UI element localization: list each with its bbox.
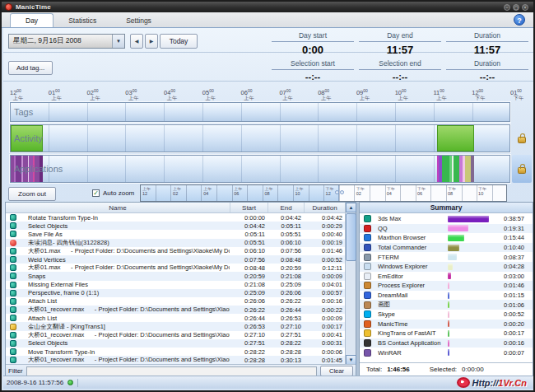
day-duration-label: Duration — [446, 31, 528, 42]
app-logo-icon — [5, 3, 12, 11]
summary-duration: 0:03:00 — [491, 273, 524, 280]
table-scrollbar[interactable]: ▲ ▼ — [345, 203, 356, 365]
table-row[interactable]: 大桥01.max - Project Folder: D:\Documents … — [6, 264, 346, 272]
divider — [77, 379, 78, 387]
tab-day[interactable]: Day — [10, 13, 54, 27]
table-row[interactable]: Select Objects0:04:420:05:110:00:29 — [6, 222, 346, 230]
next-day-button[interactable]: ▶ — [145, 34, 158, 49]
table-row[interactable]: Snaps0:20:590:21:080:00:09 — [6, 272, 346, 280]
table-row[interactable]: Move Transform Type-In0:28:220:28:280:00… — [6, 348, 346, 356]
summary-row[interactable]: Skype0:00:52 — [360, 310, 533, 320]
overview-strip[interactable]: 上午12上午02上午04上午06上午08上午10下午12下午02下午04下午06… — [140, 184, 507, 202]
max-app-icon — [10, 348, 16, 355]
max-app-icon — [10, 222, 16, 229]
hour-label: 1100上午 — [433, 87, 471, 101]
row-name: 大桥01_recover.max - Project Folder: D:\Do… — [28, 356, 230, 364]
applications-lock[interactable] — [512, 155, 532, 183]
summary-row[interactable]: DreamMail0:01:15 — [360, 291, 533, 301]
activity-block[interactable] — [437, 125, 474, 152]
table-row[interactable]: Rotate Transform Type-In0:00:000:04:420:… — [6, 213, 346, 222]
summary-row[interactable]: Maxthon Browser0:15:44 — [360, 233, 533, 243]
table-row[interactable]: Perspective, frame 0 (1:1)0:25:090:26:06… — [6, 289, 346, 297]
table-row[interactable]: Attach List0:26:060:26:220:00:16 — [6, 297, 346, 306]
row-duration: 0:00:29 — [305, 222, 342, 230]
row-end: 0:26:06 — [268, 289, 301, 296]
today-button[interactable]: Today — [160, 34, 198, 49]
prev-day-button[interactable]: ◀ — [130, 34, 143, 49]
table-row[interactable]: Select Objects0:27:510:28:220:00:31 — [6, 339, 346, 348]
table-row[interactable]: Weld Vertices0:07:560:08:480:00:52 — [6, 255, 346, 264]
max-app-icon — [10, 332, 16, 338]
auto-zoom-checkbox[interactable]: ✓ — [92, 189, 100, 197]
timeline-row-tags[interactable]: Tags — [10, 102, 510, 122]
row-name: Attach List — [28, 315, 230, 322]
hour-label: 0600上午 — [241, 87, 279, 101]
summary-row[interactable]: WinRAR0:00:07 — [360, 348, 533, 357]
summary-row[interactable]: Total Commander0:10:40 — [360, 243, 533, 253]
table-row[interactable]: 未读消息- 四角钱仙(3122828)0:05:510:06:100:00:19 — [6, 239, 346, 247]
table-row[interactable]: 大桥01.max - Project Folder: D:\Documents … — [6, 247, 346, 255]
summary-duration: 0:15:44 — [491, 234, 524, 241]
table-row[interactable]: 大桥01_recover.max - Project Folder: D:\Do… — [6, 331, 346, 339]
summary-bar — [448, 216, 489, 222]
summary-bar — [448, 330, 449, 337]
table-row[interactable]: 大桥01_recover.max - Project Folder: D:\Do… — [6, 306, 346, 314]
day-start-value: 0:00 — [272, 42, 354, 56]
tab-statistics[interactable]: Statistics — [54, 13, 111, 27]
summary-duration: 0:38:57 — [491, 215, 524, 222]
scroll-up-icon[interactable]: ▲ — [346, 203, 356, 212]
column-name[interactable]: Name — [6, 203, 230, 212]
summary-row[interactable]: Process Explorer0:01:46 — [360, 281, 533, 291]
row-start: 0:26:53 — [230, 323, 265, 330]
summary-row[interactable]: 3ds Max0:38:57 — [360, 214, 533, 224]
summary-row[interactable]: Windows Explorer0:04:28 — [360, 262, 533, 272]
column-end[interactable]: End — [268, 203, 305, 212]
column-start[interactable]: Start — [230, 203, 268, 212]
selected-label: Selected: — [430, 366, 457, 373]
applications-block[interactable] — [437, 156, 474, 182]
timeline-row-activity[interactable]: Activity — [10, 124, 510, 152]
maximize-button[interactable]: ▢ — [513, 4, 519, 11]
hour-label: 0100上午 — [49, 87, 86, 101]
summary-row[interactable]: BS Contact Application0:00:16 — [360, 338, 533, 348]
selection-duration-label: Duration — [446, 59, 528, 70]
close-button[interactable]: × — [522, 4, 528, 11]
date-picker[interactable]: 星期二, 9月16日 2008 ▼ — [8, 34, 125, 49]
window-title: ManicTime — [16, 3, 51, 11]
day-duration-value: 11:57 — [446, 42, 528, 56]
chevron-down-icon[interactable]: ▼ — [112, 35, 124, 48]
timeline-row-applications[interactable]: Applications — [10, 155, 510, 183]
zoom-out-button[interactable]: Zoom out — [8, 187, 56, 201]
summary-app-name: Skype — [378, 310, 447, 318]
row-start: 0:20:59 — [230, 273, 265, 280]
minimize-button[interactable]: – — [504, 4, 510, 11]
summary-row[interactable]: EmEditor0:03:00 — [360, 272, 533, 282]
add-tag-button[interactable]: Add tag... — [8, 61, 53, 75]
overview-label: 下午12 — [326, 186, 351, 196]
scrollbar-thumb[interactable] — [346, 213, 356, 261]
table-row[interactable]: Save File As0:05:110:05:510:00:40 — [6, 230, 346, 238]
summary-duration: 0:00:17 — [491, 329, 524, 337]
row-duration: 0:00:09 — [305, 315, 342, 322]
summary-row[interactable]: FTERM0:08:37 — [360, 252, 533, 262]
summary-row[interactable]: QQ0:19:31 — [360, 224, 533, 234]
table-row[interactable]: Missing External Files0:21:080:25:090:04… — [6, 281, 346, 289]
tab-settings[interactable]: Settings — [111, 13, 166, 27]
help-icon[interactable]: ? — [514, 14, 525, 26]
activity-lock[interactable] — [512, 124, 532, 152]
summary-row[interactable]: KingTrans of FastAIT0:00:17 — [360, 329, 533, 338]
table-row[interactable]: Attach List0:26:440:26:530:00:09 — [6, 314, 346, 322]
summary-row[interactable]: 画图0:01:06 — [360, 300, 533, 310]
table-row[interactable]: 金山全文翻译 - [KingTrans1]0:26:530:27:100:00:… — [6, 322, 346, 330]
hour-label: 0100下午 — [510, 87, 535, 101]
column-duration[interactable]: Duration — [305, 203, 346, 212]
table-row[interactable]: 大桥01_recover.max - Project Folder: D:\Do… — [6, 356, 346, 364]
row-name: Select Objects — [28, 222, 230, 230]
summary-app-name: Windows Explorer — [378, 263, 447, 270]
hour-label: 0300上午 — [125, 87, 163, 101]
summary-row[interactable]: ManicTime0:00:20 — [360, 320, 533, 329]
hour-label: 1200下午 — [472, 87, 509, 101]
filter-input[interactable] — [26, 366, 317, 376]
overview-label: 上午12 — [142, 186, 167, 196]
summary-bar — [448, 264, 453, 270]
